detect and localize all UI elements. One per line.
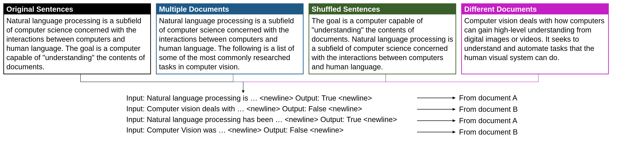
arrow-row: From document A: [417, 94, 518, 102]
arrow-row: From document B: [417, 128, 518, 136]
arrow-row: From document A: [417, 117, 518, 125]
svg-marker-15: [453, 119, 456, 122]
svg-marker-13: [453, 108, 456, 111]
arrow-right-icon: [417, 130, 456, 134]
box-different-documents: Different Documents Computer vision deal…: [461, 3, 609, 74]
io-line: Input: Natural language processing has b…: [126, 114, 397, 125]
box-header: Different Documents: [462, 4, 608, 14]
box-multiple-documents: Multiple Documents Natural language proc…: [156, 3, 304, 74]
box-body: Computer vision deals with how computers…: [462, 14, 608, 64]
boxes-row: Original Sentences Natural language proc…: [3, 3, 641, 74]
box-header: Original Sentences: [4, 4, 150, 14]
box-body: Natural language processing is a subfiel…: [4, 14, 150, 74]
box-body: Natural language processing is a subfiel…: [157, 14, 303, 74]
arrow-right-icon: [417, 119, 456, 123]
box-header: Shuffled Sentences: [309, 4, 456, 14]
arrow-label: From document B: [459, 128, 518, 136]
svg-marker-17: [453, 131, 456, 133]
source-arrows: From document A From document B From doc…: [417, 93, 518, 136]
box-body: The goal is a computer capable of "under…: [309, 14, 456, 74]
box-original-sentences: Original Sentences Natural language proc…: [3, 3, 151, 74]
arrow-label: From document A: [459, 117, 517, 125]
arrow-label: From document B: [459, 105, 518, 114]
io-line: Input: Computer vision deals with … <new…: [126, 103, 397, 114]
io-lines: Input: Natural language processing is … …: [126, 93, 397, 135]
arrow-right-icon: [417, 107, 456, 111]
svg-marker-11: [453, 97, 456, 99]
svg-marker-9: [242, 90, 244, 93]
arrow-row: From document B: [417, 105, 518, 114]
arrow-label: From document A: [459, 94, 517, 102]
box-shuffled-sentences: Shuffled Sentences The goal is a compute…: [308, 3, 456, 74]
arrow-right-icon: [417, 96, 456, 100]
connector-lines: [3, 74, 641, 94]
bottom-content: Input: Natural language processing is … …: [3, 93, 641, 136]
box-header: Multiple Documents: [157, 4, 303, 14]
io-line: Input: Computer Vision was … <newline> O…: [126, 125, 397, 135]
